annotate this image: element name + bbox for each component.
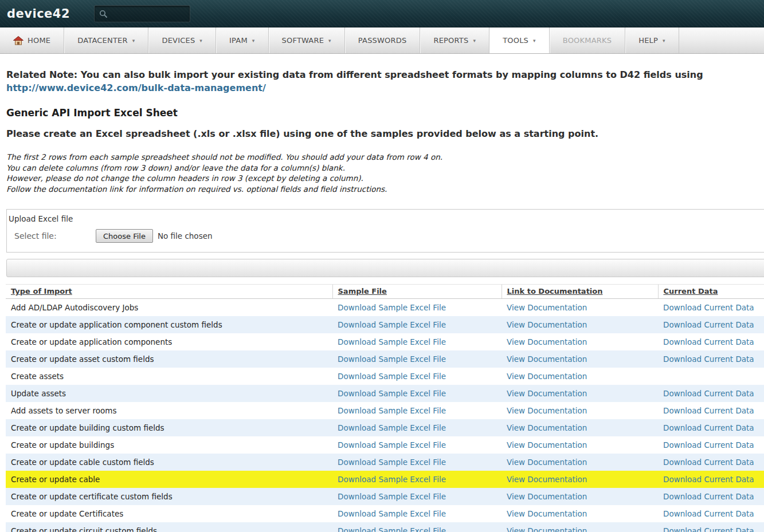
nav-item-ipam[interactable]: IPAM▾ [216,27,268,53]
nav-item-software[interactable]: SOFTWARE▾ [269,27,345,53]
chevron-down-icon: ▾ [663,38,665,44]
view-documentation-link[interactable]: View Documentation [507,492,587,501]
nav-item-home[interactable]: HOME [0,27,64,53]
column-header: Type of Import [6,285,332,299]
column-header-sample-file[interactable]: Sample File [338,287,387,295]
download-current-data-link[interactable]: Download Current Data [663,320,754,329]
view-documentation-link[interactable]: View Documentation [507,389,587,398]
view-documentation-link[interactable]: View Documentation [507,509,587,518]
import-type-cell: Create or update certificate custom fiel… [6,488,332,505]
download-current-data-link[interactable]: Download Current Data [663,406,754,415]
download-current-data-link-cell: Download Current Data [658,454,764,471]
subtitle: Please create an Excel spreadsheet (.xls… [6,128,764,139]
nav-item-label: REPORTS [433,36,468,45]
page-title: Generic API Import Excel Sheet [6,107,764,119]
download-current-data-link[interactable]: Download Current Data [663,337,754,346]
download-sample-link[interactable]: Download Sample Excel File [338,303,446,312]
upload-row: Select file: Choose File No file chosen [9,229,764,243]
download-sample-link[interactable]: Download Sample Excel File [338,458,446,467]
nav-item-passwords[interactable]: PASSWORDS [345,27,421,53]
download-current-data-link[interactable]: Download Current Data [663,475,754,484]
import-type-cell: Create or update circuit custom fields [6,522,332,532]
download-sample-link[interactable]: Download Sample Excel File [338,337,446,346]
download-current-data-link[interactable]: Download Current Data [663,509,754,518]
view-documentation-link-cell: View Documentation [502,454,658,471]
download-current-data-link[interactable]: Download Current Data [663,423,754,432]
download-sample-link-cell: Download Sample Excel File [332,454,502,471]
view-documentation-link[interactable]: View Documentation [507,458,587,467]
chevron-down-icon: ▾ [533,38,536,44]
import-type-cell: Create or update application component c… [6,316,332,333]
download-current-data-link[interactable]: Download Current Data [663,303,754,312]
search-input[interactable] [110,9,179,18]
nav-item-label: IPAM [229,36,248,45]
import-type-cell: Create or update building custom fields [6,419,332,436]
bulk-data-management-link[interactable]: http://www.device42.com/bulk-data-manage… [6,82,266,94]
view-documentation-link[interactable]: View Documentation [507,372,587,381]
import-type-cell: Create or update buildings [6,436,332,454]
view-documentation-link[interactable]: View Documentation [507,406,587,415]
download-current-data-link-cell: Download Current Data [658,419,764,436]
download-sample-link[interactable]: Download Sample Excel File [338,372,446,381]
choose-file-button[interactable]: Choose File [96,229,153,243]
download-sample-link[interactable]: Download Sample Excel File [338,389,446,398]
view-documentation-link-cell: View Documentation [502,436,658,454]
view-documentation-link-cell: View Documentation [502,368,658,385]
nav-item-label: TOOLS [503,36,528,45]
toolbar-panel [6,259,764,277]
download-sample-link[interactable]: Download Sample Excel File [338,509,446,518]
download-sample-link[interactable]: Download Sample Excel File [338,492,446,501]
download-sample-link[interactable]: Download Sample Excel File [338,526,446,532]
download-current-data-link[interactable]: Download Current Data [663,492,754,501]
table-row: Create or update application component c… [6,316,764,333]
search-box[interactable] [94,5,190,22]
download-current-data-link-cell [658,368,764,385]
column-header-link-to-documentation[interactable]: Link to Documentation [507,287,603,295]
table-row: Create or update application componentsD… [6,333,764,350]
chevron-down-icon: ▾ [132,38,135,44]
download-sample-link-cell: Download Sample Excel File [332,505,502,522]
nav-item-bookmarks[interactable]: BOOKMARKS [550,27,625,53]
view-documentation-link[interactable]: View Documentation [507,423,587,432]
view-documentation-link[interactable]: View Documentation [507,354,587,364]
column-header-current-data[interactable]: Current Data [664,287,718,295]
download-current-data-link-cell: Download Current Data [658,385,764,402]
download-sample-link[interactable]: Download Sample Excel File [338,475,446,484]
nav-item-reports[interactable]: REPORTS▾ [420,27,489,53]
view-documentation-link[interactable]: View Documentation [507,440,587,450]
download-sample-link-cell: Download Sample Excel File [332,333,502,350]
nav-item-label: SOFTWARE [282,36,324,45]
download-current-data-link[interactable]: Download Current Data [663,354,754,364]
download-current-data-link[interactable]: Download Current Data [663,389,754,398]
download-current-data-link-cell: Download Current Data [658,333,764,350]
download-sample-link-cell: Download Sample Excel File [332,436,502,454]
download-current-data-link-cell: Download Current Data [658,522,764,532]
download-sample-link[interactable]: Download Sample Excel File [338,423,446,432]
search-icon [99,10,107,18]
nav-item-devices[interactable]: DEVICES▾ [148,27,216,53]
column-header-type-of-import[interactable]: Type of Import [11,287,72,295]
upload-legend: Upload Excel file [9,214,764,223]
download-sample-link[interactable]: Download Sample Excel File [338,440,446,450]
view-documentation-link[interactable]: View Documentation [507,320,587,329]
nav-item-datacenter[interactable]: DATACENTER▾ [64,27,148,53]
view-documentation-link[interactable]: View Documentation [507,526,587,532]
nav-item-help[interactable]: HELP▾ [625,27,679,53]
view-documentation-link[interactable]: View Documentation [507,337,587,346]
nav-item-tools[interactable]: TOOLS▾ [489,27,550,53]
view-documentation-link[interactable]: View Documentation [507,303,587,312]
home-icon [13,36,23,45]
view-documentation-link[interactable]: View Documentation [507,475,587,484]
download-current-data-link-cell: Download Current Data [658,436,764,454]
download-current-data-link[interactable]: Download Current Data [663,526,754,532]
download-sample-link-cell: Download Sample Excel File [332,471,502,488]
table-row: Create or update CertificatesDownload Sa… [6,505,764,522]
instructions: The first 2 rows from each sample spread… [6,152,764,194]
download-sample-link[interactable]: Download Sample Excel File [338,354,446,364]
download-sample-link[interactable]: Download Sample Excel File [338,406,446,415]
download-sample-link[interactable]: Download Sample Excel File [338,320,446,329]
download-current-data-link[interactable]: Download Current Data [663,458,754,467]
download-current-data-link[interactable]: Download Current Data [663,440,754,450]
nav-item-label: HOME [28,36,50,45]
related-note: Related Note: You can also bulk import y… [6,69,764,81]
